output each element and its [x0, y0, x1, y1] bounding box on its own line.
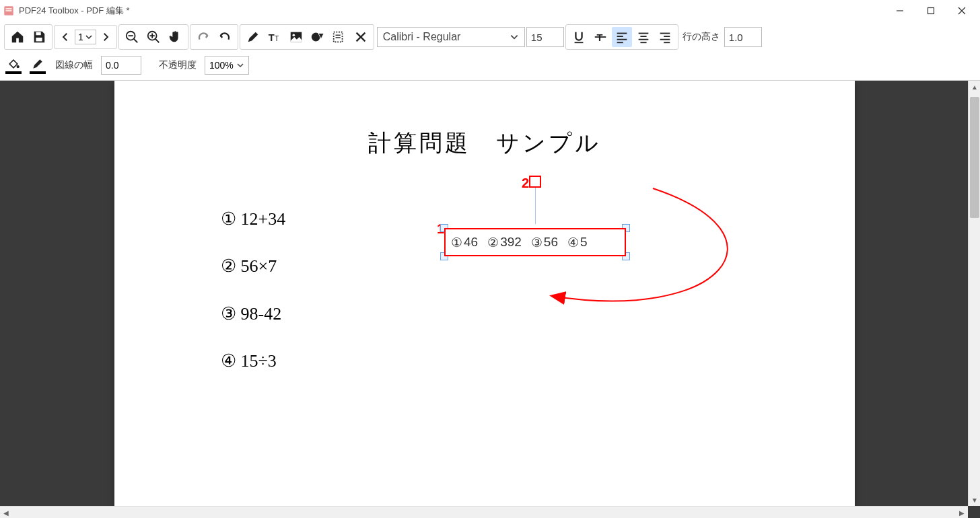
page-select[interactable]: 1	[75, 30, 96, 44]
problem-row: ① 12+34	[221, 198, 285, 240]
pdf-page[interactable]: 計算問題 サンプル ① 12+34 ② 56×7 ③ 98-42 ④ 15÷3 …	[114, 81, 855, 518]
next-page-button[interactable]	[98, 28, 114, 46]
stroke-width-label: 図線の幅	[53, 59, 96, 71]
align-center-icon	[636, 30, 651, 44]
align-left-icon	[615, 30, 629, 44]
redo-icon	[196, 30, 211, 44]
opacity-label: 不透明度	[156, 59, 199, 71]
font-name: Calibri - Regular	[383, 31, 461, 43]
scroll-right-arrow[interactable]: ▶	[956, 507, 968, 518]
line-height-input[interactable]: 1.0	[724, 27, 762, 47]
page-number: 1	[78, 32, 83, 42]
problem-list: ① 12+34 ② 56×7 ③ 98-42 ④ 15÷3	[221, 198, 285, 388]
chevron-down-icon	[85, 33, 93, 41]
svg-point-19	[292, 34, 295, 36]
shape-tool[interactable]	[308, 27, 328, 47]
svg-rect-8	[36, 38, 42, 41]
svg-text:T: T	[275, 35, 279, 42]
window-title: PDF24 Toolbox - PDF 編集 *	[19, 5, 884, 17]
zoom-out-button[interactable]	[122, 27, 142, 47]
delete-tool[interactable]	[351, 27, 371, 47]
undo-button[interactable]	[215, 27, 235, 47]
save-icon	[32, 30, 46, 44]
toolbar-secondary: 図線の幅 0.0 不透明度 100%	[0, 53, 980, 81]
annotation-number-2: 2	[522, 176, 529, 191]
chevron-left-icon	[59, 31, 71, 43]
chevron-down-icon	[510, 32, 519, 42]
svg-text:T: T	[269, 32, 275, 43]
text-tool[interactable]: TT	[265, 27, 285, 47]
redo-button[interactable]	[193, 27, 213, 47]
align-right-icon	[658, 30, 672, 44]
vertical-scrollbar[interactable]: ▲ ▼	[968, 81, 980, 506]
maximize-button[interactable]	[915, 0, 946, 22]
form-tool[interactable]	[329, 27, 349, 47]
text-icon: TT	[267, 30, 282, 44]
scroll-thumb[interactable]	[970, 97, 979, 218]
svg-rect-21	[334, 32, 343, 42]
chevron-down-icon	[236, 61, 244, 69]
align-center-button[interactable]	[633, 27, 654, 47]
canvas-area[interactable]: 計算問題 サンプル ① 12+34 ② 56×7 ③ 98-42 ④ 15÷3 …	[0, 81, 980, 518]
strikethrough-icon: T	[593, 30, 608, 44]
x-icon	[353, 30, 368, 44]
close-button[interactable]	[946, 0, 977, 22]
stroke-color-button[interactable]	[28, 57, 47, 74]
line-height-label: 行の高さ	[680, 31, 723, 43]
undo-icon	[217, 30, 232, 44]
home-button[interactable]	[7, 27, 28, 47]
svg-rect-1	[6, 8, 12, 9]
horizontal-scrollbar[interactable]: ◀ ▶	[0, 506, 968, 518]
document-title: 計算問題 サンプル	[114, 128, 855, 159]
svg-rect-7	[36, 32, 40, 36]
image-icon	[289, 30, 304, 44]
strikethrough-button[interactable]: T	[590, 27, 610, 47]
underline-button[interactable]	[569, 27, 589, 47]
rotation-line	[535, 188, 536, 224]
bucket-icon	[6, 57, 21, 71]
opacity-select[interactable]: 100%	[205, 56, 249, 75]
titlebar: PDF24 Toolbox - PDF 編集 *	[0, 0, 980, 22]
problem-row: ④ 15÷3	[221, 340, 285, 382]
toolbar-main: 1 TT	[0, 22, 980, 53]
font-select[interactable]: Calibri - Regular	[377, 27, 525, 47]
scroll-up-arrow[interactable]: ▲	[969, 81, 980, 93]
stroke-width-input[interactable]: 0.0	[101, 56, 141, 75]
fill-color-button[interactable]	[4, 57, 23, 74]
text-box-content[interactable]: ①46 ②392 ③56 ④5	[444, 228, 626, 256]
hand-icon	[168, 30, 182, 44]
image-tool[interactable]	[286, 27, 306, 47]
shape-icon	[310, 30, 325, 44]
svg-line-10	[134, 39, 138, 43]
home-icon	[10, 30, 25, 44]
svg-rect-4	[928, 8, 934, 14]
zoom-in-button[interactable]	[143, 27, 164, 47]
pencil-tool[interactable]	[243, 27, 263, 47]
svg-point-41	[17, 65, 20, 68]
problem-row: ② 56×7	[221, 246, 285, 287]
rotation-handle[interactable]	[529, 176, 541, 188]
scroll-left-arrow[interactable]: ◀	[0, 507, 12, 518]
app-icon	[3, 5, 15, 17]
pencil-icon	[246, 30, 260, 44]
problem-row: ③ 98-42	[221, 293, 285, 335]
zoom-out-icon	[125, 30, 139, 44]
save-button[interactable]	[29, 27, 49, 47]
svg-line-13	[155, 39, 160, 43]
prev-page-button[interactable]	[57, 28, 73, 46]
pan-button[interactable]	[165, 27, 185, 47]
svg-rect-2	[6, 10, 12, 11]
align-right-button[interactable]	[655, 27, 675, 47]
underline-icon	[571, 30, 586, 44]
selected-text-box[interactable]: ①46 ②392 ③56 ④5	[444, 228, 626, 256]
font-size-input[interactable]: 15	[526, 27, 564, 47]
scroll-down-arrow[interactable]: ▼	[969, 494, 980, 506]
minimize-button[interactable]	[884, 0, 915, 22]
form-icon	[332, 30, 347, 44]
zoom-in-icon	[146, 30, 161, 44]
pencil-icon	[30, 57, 45, 71]
chevron-right-icon	[100, 31, 112, 43]
align-left-button[interactable]	[612, 27, 632, 47]
